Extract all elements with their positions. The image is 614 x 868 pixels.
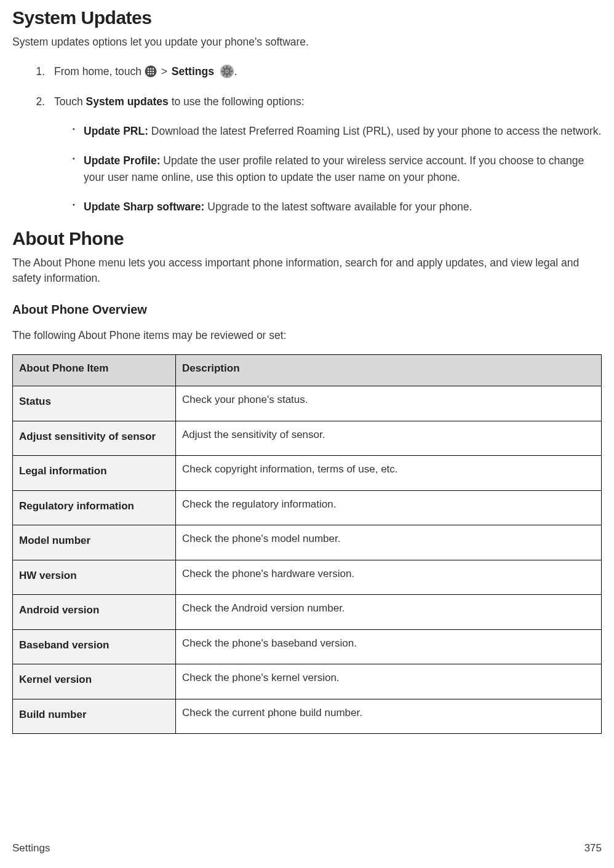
row-desc: Check your phone's status. xyxy=(176,386,602,421)
row-item: Legal information xyxy=(13,456,176,491)
row-item: Baseband version xyxy=(13,629,176,664)
heading-system-updates: System Updates xyxy=(12,7,602,28)
table-row: Adjust sensitivity of sensorAdjust the s… xyxy=(13,421,602,456)
about-phone-table: About Phone Item Description StatusCheck… xyxy=(12,354,602,734)
bullet-update-prl: Update PRL: Download the latest Preferre… xyxy=(73,123,602,139)
row-item: Model number xyxy=(13,525,176,560)
row-item: Build number xyxy=(13,699,176,734)
row-item: Android version xyxy=(13,595,176,630)
apps-icon xyxy=(145,65,157,78)
svg-point-3 xyxy=(153,68,154,70)
row-desc: Check copyright information, terms of us… xyxy=(176,456,602,491)
svg-point-1 xyxy=(148,68,150,70)
row-item: Adjust sensitivity of sensor xyxy=(13,421,176,456)
sub-intro-overview: The following About Phone items may be r… xyxy=(12,328,602,343)
svg-point-21 xyxy=(226,70,228,72)
step-1-text-pre: From home, touch xyxy=(54,65,145,78)
breadcrumb-separator: > xyxy=(161,65,170,78)
intro-about-phone: The About Phone menu lets you access imp… xyxy=(12,255,602,287)
step-2-bold: System updates xyxy=(86,95,169,108)
table-row: Kernel versionCheck the phone's kernel v… xyxy=(13,664,602,699)
row-item: Status xyxy=(13,386,176,421)
table-row: Baseband versionCheck the phone's baseba… xyxy=(13,629,602,664)
bullet-text: Upgrade to the latest software available… xyxy=(204,201,472,213)
row-desc: Check the current phone build number. xyxy=(176,699,602,734)
footer-page-number: 375 xyxy=(584,842,602,854)
footer-section: Settings xyxy=(12,842,50,854)
row-item: HW version xyxy=(13,560,176,595)
svg-point-5 xyxy=(150,70,152,72)
table-header-item: About Phone Item xyxy=(13,355,176,386)
step-2-text-post: to use the following options: xyxy=(169,95,305,108)
step-1: From home, touch > Settings xyxy=(48,63,602,79)
bullet-label: Update PRL: xyxy=(84,125,148,137)
step-2-text-pre: Touch xyxy=(54,95,86,108)
bullet-update-sharp: Update Sharp software: Upgrade to the la… xyxy=(73,199,602,215)
svg-point-4 xyxy=(148,70,150,72)
table-row: HW versionCheck the phone's hardware ver… xyxy=(13,560,602,595)
sub-heading-overview: About Phone Overview xyxy=(12,303,602,317)
table-row: Legal informationCheck copyright informa… xyxy=(13,456,602,491)
step-1-settings-label: Settings xyxy=(172,65,214,78)
settings-gear-icon xyxy=(220,64,234,79)
table-row: Model numberCheck the phone's model numb… xyxy=(13,525,602,560)
step-1-text-post: . xyxy=(234,65,237,78)
bullet-label: Update Profile: xyxy=(84,154,160,167)
table-row: Build numberCheck the current phone buil… xyxy=(13,699,602,734)
table-header-desc: Description xyxy=(176,355,602,386)
heading-about-phone: About Phone xyxy=(12,228,602,249)
svg-point-7 xyxy=(148,73,150,74)
row-desc: Check the Android version number. xyxy=(176,595,602,630)
row-desc: Check the phone's baseband version. xyxy=(176,629,602,664)
row-desc: Check the phone's hardware version. xyxy=(176,560,602,595)
bullet-update-profile: Update Profile: Update the user profile … xyxy=(73,153,602,185)
intro-system-updates: System updates options let you update yo… xyxy=(12,34,602,50)
row-desc: Check the regulatory information. xyxy=(176,490,602,525)
step-2: Touch System updates to use the followin… xyxy=(48,94,602,215)
row-desc: Check the phone's model number. xyxy=(176,525,602,560)
svg-point-6 xyxy=(153,70,154,72)
table-row: Regulatory informationCheck the regulato… xyxy=(13,490,602,525)
row-item: Regulatory information xyxy=(13,490,176,525)
table-row: Android versionCheck the Android version… xyxy=(13,595,602,630)
svg-point-9 xyxy=(153,73,154,74)
table-row: StatusCheck your phone's status. xyxy=(13,386,602,421)
svg-point-2 xyxy=(150,68,152,70)
row-item: Kernel version xyxy=(13,664,176,699)
bullet-label: Update Sharp software: xyxy=(84,201,204,213)
svg-point-8 xyxy=(150,73,152,74)
bullet-text: Download the latest Preferred Roaming Li… xyxy=(148,125,601,137)
row-desc: Adjust the sensitivity of sensor. xyxy=(176,421,602,456)
row-desc: Check the phone's kernel version. xyxy=(176,664,602,699)
